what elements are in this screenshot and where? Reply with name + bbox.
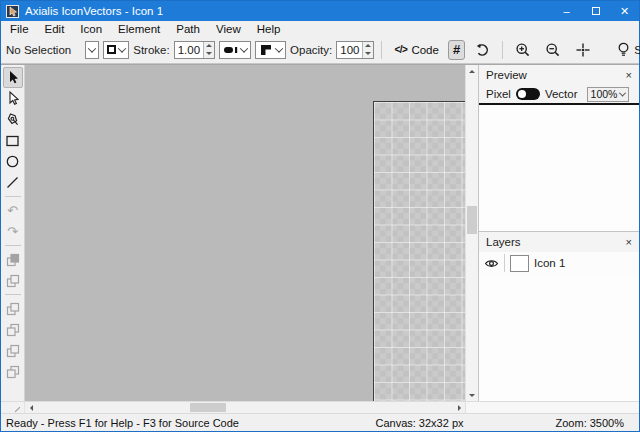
layer-separator — [504, 254, 505, 272]
spin-up-button[interactable] — [204, 42, 214, 50]
layers-close-button[interactable]: × — [626, 236, 632, 248]
menu-element[interactable]: Element — [110, 21, 168, 36]
ungroup-icon — [6, 274, 20, 288]
menu-edit[interactable]: Edit — [37, 21, 73, 36]
preview-close-button[interactable]: × — [626, 69, 632, 81]
suggest-button[interactable]: Suggest — [612, 40, 640, 60]
chevron-down-icon — [275, 44, 283, 52]
menu-path[interactable]: Path — [168, 21, 208, 36]
menu-help[interactable]: Help — [249, 21, 289, 36]
triangle-down-icon — [365, 52, 371, 55]
grid-toggle-button[interactable]: # — [448, 40, 465, 60]
line-tool[interactable] — [3, 172, 23, 193]
line-join-dropdown[interactable] — [255, 41, 286, 59]
ellipse-tool[interactable] — [3, 151, 23, 172]
preview-zoom-value: 100% — [591, 88, 618, 100]
preview-area — [479, 105, 639, 231]
ungroup-button[interactable] — [3, 270, 23, 291]
layer-thumbnail[interactable] — [510, 255, 529, 272]
scroll-down-button[interactable] — [466, 389, 478, 401]
menu-view[interactable]: View — [208, 21, 249, 36]
layer-row[interactable]: Icon 1 — [479, 252, 639, 274]
triangle-left-icon — [30, 405, 33, 411]
redo-icon: ↷ — [7, 225, 18, 238]
bring-to-front-icon — [6, 302, 20, 316]
pen-tool[interactable] — [3, 109, 23, 130]
scroll-left-button[interactable] — [25, 402, 37, 413]
stroke-width-spinner[interactable]: 1.00 — [174, 41, 215, 59]
minimize-button[interactable]: – — [552, 1, 581, 21]
undo-button[interactable]: ↶ — [3, 200, 23, 221]
spin-down-button[interactable] — [363, 50, 373, 58]
code-button[interactable]: </> Code — [389, 40, 443, 60]
canvas-horizontal-scrollbar[interactable] — [25, 402, 465, 413]
bring-forward-icon — [6, 323, 20, 337]
triangle-up-icon — [469, 70, 475, 73]
layers-empty-area — [479, 274, 639, 401]
properties-toolbar: No Selection Stroke: 1.00 Opacity: 100 — [1, 36, 639, 64]
send-backward-icon — [6, 344, 20, 358]
canvas-vertical-scrollbar[interactable] — [465, 65, 478, 401]
vertical-scroll-track[interactable] — [466, 77, 478, 389]
ellipse-icon — [5, 154, 20, 169]
tools-palette: ↶ ↷ — [1, 65, 25, 401]
bring-to-front-button[interactable] — [3, 298, 23, 319]
direct-select-tool[interactable] — [3, 88, 23, 109]
line-icon — [5, 175, 20, 190]
rectangle-tool[interactable] — [3, 130, 23, 151]
fill-color-dropdown[interactable] — [85, 41, 99, 59]
triangle-up-icon — [365, 44, 371, 47]
status-message: Ready - Press F1 for Help - F3 for Sourc… — [6, 417, 239, 429]
layer-name[interactable]: Icon 1 — [534, 257, 565, 269]
menu-icon[interactable]: Icon — [72, 21, 110, 36]
select-tool[interactable] — [3, 67, 23, 88]
send-to-back-button[interactable] — [3, 361, 23, 382]
maximize-icon — [592, 7, 600, 15]
direct-selection-arrow-icon — [6, 91, 20, 106]
scroll-up-button[interactable] — [466, 65, 478, 77]
tools-separator — [5, 196, 21, 197]
opacity-spinner[interactable]: 100 — [336, 41, 374, 59]
tools-separator — [5, 245, 21, 246]
stroke-color-dropdown[interactable] — [103, 41, 129, 59]
group-button[interactable] — [3, 249, 23, 270]
reset-rotation-button[interactable] — [469, 40, 495, 60]
stroke-width-value: 1.00 — [175, 42, 203, 58]
visibility-eye-icon[interactable] — [484, 257, 499, 270]
spin-up-button[interactable] — [363, 42, 373, 50]
opacity-label: Opacity: — [290, 44, 332, 56]
zoom-in-button[interactable] — [510, 40, 536, 60]
resize-grip-icon — [15, 407, 21, 413]
triangle-down-icon — [206, 52, 212, 55]
horizontal-scroll-track[interactable] — [37, 402, 453, 413]
canvas-workspace[interactable] — [25, 65, 465, 401]
canvas-artboard[interactable] — [373, 101, 465, 401]
group-icon — [6, 253, 20, 267]
toolbar-separator — [502, 41, 503, 59]
preview-zoom-dropdown[interactable]: 100% — [587, 87, 630, 102]
bring-forward-button[interactable] — [3, 319, 23, 340]
redo-button[interactable]: ↷ — [3, 221, 23, 242]
pen-icon — [5, 112, 20, 127]
toggle-knob — [518, 90, 526, 98]
selection-status-label: No Selection — [6, 44, 71, 56]
center-view-button[interactable] — [570, 40, 596, 60]
line-cap-icon — [223, 43, 238, 57]
menu-file[interactable]: File — [2, 21, 37, 36]
maximize-button[interactable] — [581, 1, 610, 21]
zoom-out-button[interactable] — [540, 40, 566, 60]
vertical-scroll-thumb[interactable] — [467, 206, 477, 234]
window-title: Axialis IconVectors - Icon 1 — [25, 5, 163, 17]
scroll-right-button[interactable] — [453, 402, 465, 413]
stroke-label: Stroke: — [133, 44, 169, 56]
line-cap-dropdown[interactable] — [219, 41, 251, 59]
stroke-swatch-icon — [107, 45, 116, 54]
menu-bar: File Edit Icon Element Path View Help — [1, 21, 639, 36]
close-button[interactable]: ✕ — [610, 1, 639, 21]
spin-down-button[interactable] — [204, 50, 214, 58]
horizontal-scroll-thumb[interactable] — [190, 403, 226, 412]
app-window: Axialis IconVectors - Icon 1 – ✕ File Ed… — [0, 0, 640, 432]
tools-separator — [5, 294, 21, 295]
send-backward-button[interactable] — [3, 340, 23, 361]
pixel-vector-toggle[interactable] — [516, 88, 540, 100]
